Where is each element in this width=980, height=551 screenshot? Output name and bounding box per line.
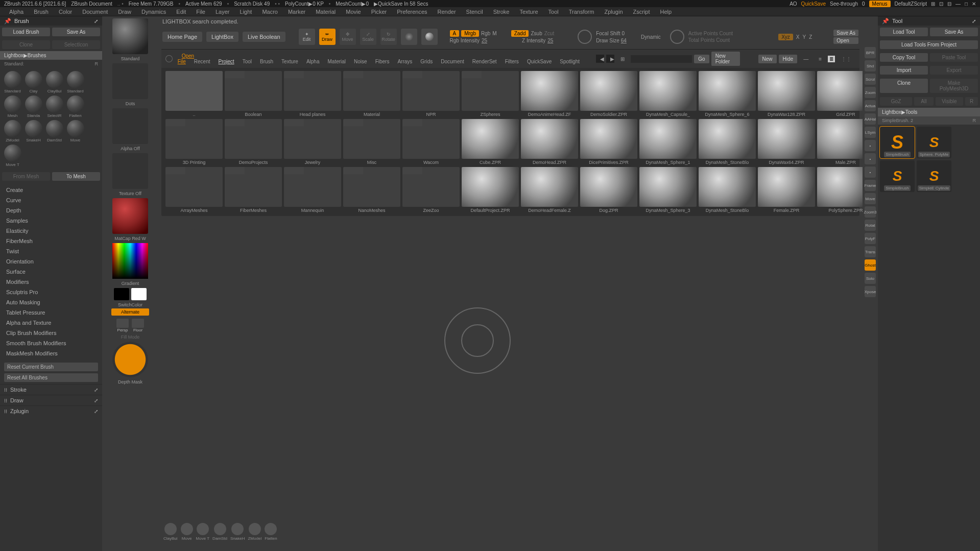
- lightbox-prev-icon[interactable]: ◀: [596, 55, 604, 63]
- lightbox-tab-material[interactable]: Material: [323, 57, 350, 66]
- view-icon[interactable]: ⋮⋮: [837, 55, 855, 63]
- thumb-item[interactable]: DynaMesh_StoneBlo: [699, 119, 756, 165]
- menu-render[interactable]: Render: [434, 8, 460, 16]
- thumb-item[interactable]: DemoSoldier.ZPR: [580, 71, 637, 117]
- expand-icon[interactable]: ⤢: [94, 18, 98, 24]
- menu-edit[interactable]: Edit: [172, 8, 190, 16]
- sphere-preview[interactable]: [421, 29, 438, 45]
- new-button[interactable]: New: [758, 55, 777, 63]
- paste-tool-button[interactable]: Paste Tool: [930, 53, 978, 62]
- swatch-white[interactable]: [131, 288, 147, 300]
- brush-section-twist[interactable]: Twist: [0, 246, 102, 256]
- color-picker[interactable]: [112, 243, 148, 279]
- zadd-button[interactable]: Zadd: [511, 30, 529, 37]
- floor-button[interactable]: [132, 319, 144, 328]
- hide-button[interactable]: Hide: [779, 55, 798, 63]
- menu-dynamics[interactable]: Dynamics: [137, 8, 170, 16]
- menu-draw[interactable]: Draw: [114, 8, 135, 16]
- nav-solo[interactable]: Solo: [865, 273, 876, 284]
- thumb-item[interactable]: ..: [165, 71, 223, 117]
- tool-thumb[interactable]: SSimpleBrush: [880, 127, 915, 158]
- thumb-item[interactable]: Dog.ZPR: [580, 167, 637, 213]
- brush-item[interactable]: Standard: [3, 71, 22, 93]
- brush-item[interactable]: Flatten: [66, 95, 85, 118]
- expand-icon[interactable]: ⤢: [972, 18, 976, 24]
- thumb-item[interactable]: ZSpheres: [462, 71, 519, 117]
- import-button[interactable]: Import: [880, 66, 928, 75]
- brush-item[interactable]: DamStd: [45, 120, 64, 142]
- seethrough-label[interactable]: See-through: [830, 1, 858, 7]
- save-as-button[interactable]: Save As: [52, 28, 100, 36]
- menus-button[interactable]: Menus: [869, 1, 891, 7]
- nav-polyf[interactable]: PolyF: [865, 233, 876, 244]
- thumb-item[interactable]: Boolean: [225, 71, 282, 117]
- r-button[interactable]: R: [95, 61, 99, 66]
- all-button[interactable]: All: [914, 97, 934, 106]
- thumb-item[interactable]: NanoMeshes: [343, 167, 400, 213]
- lightbox-tab-fibers[interactable]: Fibers: [371, 57, 394, 66]
- lightbox-tab-noise[interactable]: Noise: [350, 57, 371, 66]
- menu-marker[interactable]: Marker: [284, 8, 309, 16]
- brush-section-surface[interactable]: Surface: [0, 267, 102, 277]
- reset-all-brushes-button[interactable]: Reset All Brushes: [4, 373, 98, 382]
- rgb-button[interactable]: Rgb: [481, 31, 490, 36]
- brush-section-create[interactable]: Create: [0, 185, 102, 195]
- mrgb-button[interactable]: Mrgb: [461, 30, 479, 37]
- pin-icon[interactable]: 📌: [882, 18, 889, 25]
- nav-actual[interactable]: Actua: [865, 100, 876, 111]
- lightbox-search-input[interactable]: [631, 55, 692, 63]
- section-stroke[interactable]: ⁞⁞Stroke⤢: [0, 384, 102, 395]
- focal-shift-icon[interactable]: [578, 30, 592, 44]
- tool-breadcrumb[interactable]: Lightbox▶Tools: [878, 108, 980, 116]
- tool-thumb[interactable]: SSphere. PolyMe: [917, 127, 951, 158]
- lightbox-tab-renderset[interactable]: RenderSet: [468, 57, 501, 66]
- lightbox-tab-grids[interactable]: Grids: [416, 57, 437, 66]
- rotate-mode-button[interactable]: ↻Rotate: [380, 29, 397, 45]
- x-button[interactable]: X: [796, 34, 800, 40]
- live-boolean-button[interactable]: Live Boolean: [243, 32, 285, 42]
- nav-lsym[interactable]: LSym: [865, 127, 876, 138]
- thumb-item[interactable]: DefaultProject.ZPR: [462, 167, 519, 213]
- brush-section-auto-masking[interactable]: Auto Masking: [0, 297, 102, 307]
- load-tools-project-button[interactable]: Load Tools From Project: [880, 40, 978, 49]
- brush-section-tablet-pressure[interactable]: Tablet Pressure: [0, 307, 102, 318]
- y-button[interactable]: Y: [803, 34, 806, 40]
- menu-texture[interactable]: Texture: [515, 8, 542, 16]
- brush-item[interactable]: ZModel: [3, 120, 22, 142]
- copy-tool-button[interactable]: Copy Tool: [880, 53, 928, 62]
- thumb-item[interactable]: ZeeZoo: [402, 167, 460, 213]
- thumb-item[interactable]: FiberMeshes: [225, 167, 282, 213]
- menu-stroke[interactable]: Stroke: [489, 8, 514, 16]
- brush-section-maskmesh-modifiers[interactable]: MaskMesh Modifiers: [0, 348, 102, 358]
- menu-brush[interactable]: Brush: [30, 8, 53, 16]
- tool-thumb[interactable]: SSimpleE Cylinde: [917, 160, 951, 192]
- thumb-item[interactable]: DemoHead.ZPR: [521, 119, 578, 165]
- home-button[interactable]: Home Page: [162, 32, 202, 42]
- nav-rotate[interactable]: Rotat: [865, 220, 876, 231]
- menu-help[interactable]: Help: [656, 8, 676, 16]
- zcut-button[interactable]: Zcut: [544, 31, 554, 36]
- lightbox-tab-tool[interactable]: Tool: [238, 57, 256, 66]
- default-zscript[interactable]: DefaultZScript: [895, 1, 927, 7]
- brush-section-depth[interactable]: Depth: [0, 205, 102, 215]
- thumb-item[interactable]: Misc: [343, 119, 400, 165]
- go-button[interactable]: Go: [694, 55, 709, 63]
- tool-thumb[interactable]: SSimpleBrush: [880, 160, 915, 192]
- to-mesh-button[interactable]: To Mesh: [52, 172, 100, 181]
- draw-mode-button[interactable]: ✏Draw: [319, 29, 336, 45]
- lightbox-tab-project[interactable]: Project: [214, 57, 238, 66]
- goz-button[interactable]: GoZ: [880, 97, 912, 106]
- history-brush[interactable]: Move T: [196, 523, 210, 541]
- r-button[interactable]: R: [973, 118, 976, 123]
- lightbox-tab-quicksave[interactable]: QuickSave: [523, 57, 556, 66]
- stroke-thumb[interactable]: [112, 63, 148, 99]
- brush-section-clip-brush-modifiers[interactable]: Clip Brush Modifiers: [0, 328, 102, 338]
- close-icon[interactable]: ✕: [972, 1, 976, 7]
- menu-document[interactable]: Document: [78, 8, 112, 16]
- m-button[interactable]: M: [492, 31, 496, 36]
- nav-bpr[interactable]: BPR: [865, 47, 876, 58]
- brush-item[interactable]: Mesh: [3, 95, 22, 118]
- menu-picker[interactable]: Picker: [367, 8, 391, 16]
- brush-item[interactable]: Clay: [24, 71, 43, 93]
- load-brush-button[interactable]: Load Brush: [2, 28, 50, 36]
